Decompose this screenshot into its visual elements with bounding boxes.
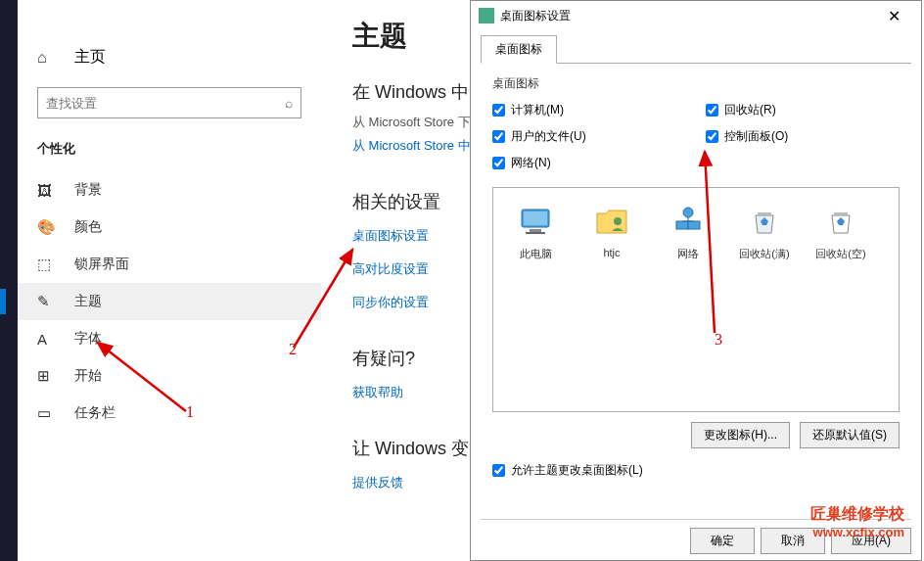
dialog-titlebar: 桌面图标设置 ✕	[471, 1, 921, 30]
page-title: 主题	[352, 18, 470, 55]
icon-label: 回收站(空)	[807, 247, 875, 261]
check-label: 回收站(R)	[724, 102, 776, 118]
sidebar-item-label: 颜色	[74, 218, 102, 236]
icon-preview-box: 此电脑 htjc 网络 回收站(满) 回收站(空)	[492, 187, 900, 412]
home-label: 主页	[74, 47, 106, 68]
checkbox[interactable]	[492, 157, 505, 169]
check-label: 控制面板(O)	[724, 128, 788, 145]
icon-item-network[interactable]: 网络	[654, 202, 722, 261]
svg-point-4	[614, 217, 622, 225]
sidebar-item-colors[interactable]: 🎨 颜色	[18, 209, 321, 246]
tab-desktop-icons[interactable]: 桌面图标	[481, 35, 557, 64]
annotation-number-1: 1	[186, 403, 194, 421]
better-heading: 让 Windows 变	[352, 437, 470, 460]
checkbox[interactable]	[492, 464, 505, 477]
watermark: 匠巢维修学校 www.xcfix.com	[810, 504, 904, 541]
sidebar-item-background[interactable]: 🖼 背景	[18, 171, 321, 209]
picture-icon: 🖼	[37, 182, 57, 199]
sidebar: ⌂ 主页 ⌕ 个性化 🖼 背景 🎨 颜色 ⬚ 锁屏界面 ✎ 主题 A 字体 ⊞ …	[18, 0, 321, 561]
restore-default-button[interactable]: 还原默认值(S)	[800, 422, 900, 448]
check-controlpanel[interactable]: 控制面板(O)	[706, 128, 900, 145]
icon-label: 回收站(满)	[730, 247, 799, 261]
font-icon: A	[37, 331, 57, 348]
check-computer[interactable]: 计算机(M)	[492, 102, 686, 118]
svg-rect-2	[530, 229, 541, 232]
home-button[interactable]: ⌂ 主页	[18, 39, 321, 75]
check-label: 用户的文件(U)	[511, 128, 586, 145]
sidebar-item-label: 任务栏	[74, 404, 116, 422]
recycle-empty-icon	[821, 202, 860, 241]
related-heading: 相关的设置	[352, 190, 470, 213]
sidebar-item-taskbar[interactable]: ▭ 任务栏	[18, 395, 321, 432]
change-icon-button[interactable]: 更改图标(H)...	[691, 422, 790, 448]
search-box[interactable]: ⌕	[37, 87, 301, 118]
check-label: 网络(N)	[511, 155, 551, 171]
annotation-number-2: 2	[289, 341, 297, 358]
annotation-number-3: 3	[715, 331, 722, 349]
checkbox[interactable]	[706, 104, 718, 117]
sub-text: 从 Microsoft Store 下	[352, 114, 470, 131]
home-icon: ⌂	[37, 49, 57, 67]
sidebar-item-label: 字体	[74, 330, 102, 348]
check-recyclebin[interactable]: 回收站(R)	[706, 102, 900, 118]
main-content: 主题 在 Windows 中 从 Microsoft Store 下 从 Mic…	[352, 18, 470, 497]
sidebar-item-label: 主题	[74, 293, 102, 310]
allow-theme-change[interactable]: 允许主题更改桌面图标(L)	[492, 462, 900, 479]
check-label: 计算机(M)	[511, 102, 564, 118]
svg-rect-5	[676, 221, 688, 229]
sidebar-item-fonts[interactable]: A 字体	[18, 320, 321, 357]
sidebar-item-start[interactable]: ⊞ 开始	[18, 357, 321, 395]
desktop-icon-settings-dialog: 桌面图标设置 ✕ 桌面图标 桌面图标 计算机(M) 回收站(R) 用户的文件(U…	[470, 0, 922, 561]
taskbar-icon: ▭	[37, 404, 57, 422]
icon-item-recycle-empty[interactable]: 回收站(空)	[807, 202, 875, 261]
section-title: 个性化	[18, 136, 321, 171]
folder-user-icon	[592, 202, 631, 241]
checkbox[interactable]	[706, 130, 718, 143]
network-icon	[669, 202, 708, 241]
icon-item-recycle-full[interactable]: 回收站(满)	[730, 202, 799, 261]
svg-rect-6	[688, 221, 700, 229]
checkbox[interactable]	[492, 104, 505, 117]
allow-label: 允许主题更改桌面图标(L)	[511, 462, 643, 479]
sidebar-item-label: 锁屏界面	[74, 256, 129, 273]
recycle-full-icon	[745, 202, 784, 241]
question-heading: 有疑问?	[352, 347, 470, 370]
link-desktop-icon-settings[interactable]: 桌面图标设置	[352, 227, 470, 245]
icon-item-computer[interactable]: 此电脑	[501, 202, 570, 261]
store-link[interactable]: 从 Microsoft Store 中	[352, 137, 470, 155]
svg-rect-3	[526, 232, 545, 234]
theme-icon: ✎	[37, 293, 57, 310]
palette-icon: 🎨	[37, 218, 57, 236]
group-label: 桌面图标	[492, 75, 900, 92]
checkbox[interactable]	[492, 130, 505, 143]
svg-rect-1	[524, 211, 547, 225]
window-edge	[0, 0, 18, 561]
start-icon: ⊞	[37, 367, 57, 385]
ok-button[interactable]: 确定	[690, 528, 755, 554]
sidebar-item-themes[interactable]: ✎ 主题	[18, 283, 321, 320]
link-sync-settings[interactable]: 同步你的设置	[352, 294, 470, 311]
icon-item-user[interactable]: htjc	[578, 202, 646, 261]
dialog-icon	[479, 8, 494, 23]
sidebar-item-label: 开始	[74, 367, 102, 385]
link-feedback[interactable]: 提供反馈	[352, 474, 470, 491]
close-button[interactable]: ✕	[874, 7, 913, 25]
svg-point-7	[683, 208, 693, 217]
search-icon: ⌕	[285, 95, 293, 111]
icon-label: htjc	[578, 247, 646, 258]
tab-strip: 桌面图标	[481, 34, 911, 64]
svg-rect-10	[758, 212, 771, 215]
computer-icon	[516, 202, 555, 241]
link-high-contrast[interactable]: 高对比度设置	[352, 260, 470, 278]
sidebar-item-lockscreen[interactable]: ⬚ 锁屏界面	[18, 246, 321, 283]
svg-rect-11	[834, 212, 848, 215]
check-userfiles[interactable]: 用户的文件(U)	[492, 128, 686, 145]
icon-label: 此电脑	[501, 247, 570, 261]
watermark-url: www.xcfix.com	[810, 525, 904, 541]
link-get-help[interactable]: 获取帮助	[352, 384, 470, 401]
lock-icon: ⬚	[37, 256, 57, 273]
watermark-name: 匠巢维修学校	[810, 504, 904, 525]
search-input[interactable]	[46, 96, 285, 111]
sidebar-item-label: 背景	[74, 181, 102, 199]
check-network[interactable]: 网络(N)	[492, 155, 686, 171]
